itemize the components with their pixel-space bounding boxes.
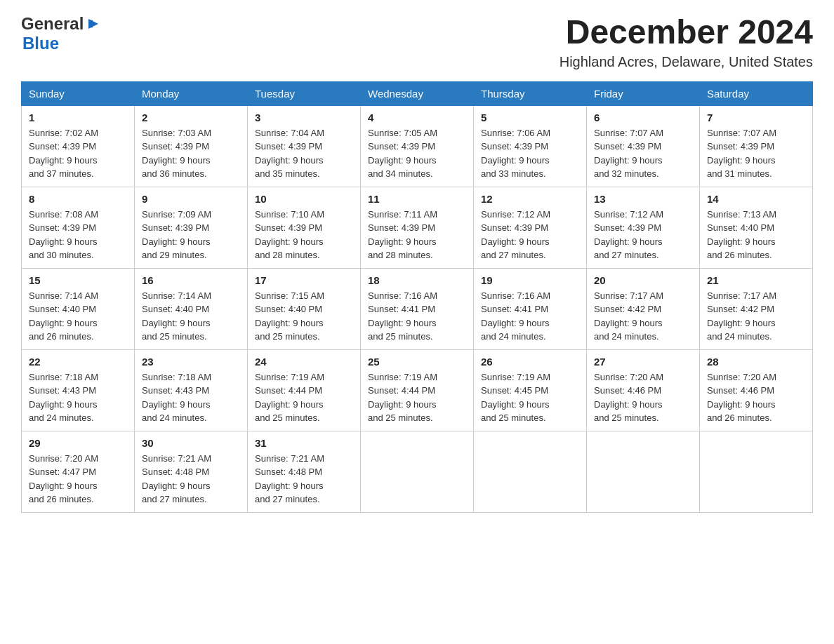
day-number: 31 <box>255 437 353 449</box>
calendar-table: Sunday Monday Tuesday Wednesday Thursday… <box>21 81 813 513</box>
day-number: 24 <box>255 356 353 368</box>
day-number: 12 <box>481 193 579 205</box>
page-header: General Blue December 2024 Highland Acre… <box>21 14 813 70</box>
table-row: 17 Sunrise: 7:15 AM Sunset: 4:40 PM Dayl… <box>248 268 361 349</box>
table-row: 12 Sunrise: 7:12 AM Sunset: 4:39 PM Dayl… <box>474 187 587 268</box>
table-row: 3 Sunrise: 7:04 AM Sunset: 4:39 PM Dayli… <box>248 105 361 187</box>
day-info: Sunrise: 7:14 AM Sunset: 4:40 PM Dayligh… <box>142 289 240 344</box>
header-saturday: Saturday <box>700 81 813 105</box>
day-info: Sunrise: 7:20 AM Sunset: 4:46 PM Dayligh… <box>594 370 692 425</box>
day-number: 22 <box>29 356 127 368</box>
table-row: 4 Sunrise: 7:05 AM Sunset: 4:39 PM Dayli… <box>361 105 474 187</box>
day-info: Sunrise: 7:12 AM Sunset: 4:39 PM Dayligh… <box>594 208 692 262</box>
day-number: 7 <box>707 112 805 123</box>
day-info: Sunrise: 7:08 AM Sunset: 4:39 PM Dayligh… <box>29 208 127 262</box>
table-row: 11 Sunrise: 7:11 AM Sunset: 4:39 PM Dayl… <box>361 187 474 268</box>
table-row <box>700 431 813 512</box>
day-number: 4 <box>368 112 466 123</box>
header-monday: Monday <box>135 81 248 105</box>
header-wednesday: Wednesday <box>361 81 474 105</box>
day-info: Sunrise: 7:21 AM Sunset: 4:48 PM Dayligh… <box>142 452 240 507</box>
day-number: 5 <box>481 112 579 123</box>
day-number: 23 <box>142 356 240 368</box>
header-thursday: Thursday <box>474 81 587 105</box>
day-number: 20 <box>594 274 692 286</box>
table-row <box>587 431 700 512</box>
table-row: 23 Sunrise: 7:18 AM Sunset: 4:43 PM Dayl… <box>135 349 248 431</box>
day-info: Sunrise: 7:19 AM Sunset: 4:44 PM Dayligh… <box>255 370 353 425</box>
table-row: 1 Sunrise: 7:02 AM Sunset: 4:39 PM Dayli… <box>22 105 135 187</box>
table-row: 25 Sunrise: 7:19 AM Sunset: 4:44 PM Dayl… <box>361 349 474 431</box>
table-row <box>361 431 474 512</box>
day-info: Sunrise: 7:13 AM Sunset: 4:40 PM Dayligh… <box>707 208 805 262</box>
day-number: 29 <box>29 437 127 449</box>
day-number: 8 <box>29 193 127 205</box>
logo-general-text: General <box>21 14 84 34</box>
day-info: Sunrise: 7:16 AM Sunset: 4:41 PM Dayligh… <box>368 289 466 344</box>
day-number: 6 <box>594 112 692 123</box>
day-number: 28 <box>707 356 805 368</box>
day-number: 26 <box>481 356 579 368</box>
day-info: Sunrise: 7:09 AM Sunset: 4:39 PM Dayligh… <box>142 208 240 262</box>
table-row: 21 Sunrise: 7:17 AM Sunset: 4:42 PM Dayl… <box>700 268 813 349</box>
table-row: 20 Sunrise: 7:17 AM Sunset: 4:42 PM Dayl… <box>587 268 700 349</box>
table-row: 27 Sunrise: 7:20 AM Sunset: 4:46 PM Dayl… <box>587 349 700 431</box>
day-info: Sunrise: 7:07 AM Sunset: 4:39 PM Dayligh… <box>707 126 805 181</box>
table-row: 13 Sunrise: 7:12 AM Sunset: 4:39 PM Dayl… <box>587 187 700 268</box>
week-row-5: 29 Sunrise: 7:20 AM Sunset: 4:47 PM Dayl… <box>22 431 813 512</box>
header-sunday: Sunday <box>22 81 135 105</box>
day-number: 2 <box>142 112 240 123</box>
day-info: Sunrise: 7:02 AM Sunset: 4:39 PM Dayligh… <box>29 126 127 181</box>
title-section: December 2024 Highland Acres, Delaware, … <box>560 14 813 70</box>
day-info: Sunrise: 7:07 AM Sunset: 4:39 PM Dayligh… <box>594 126 692 181</box>
day-info: Sunrise: 7:18 AM Sunset: 4:43 PM Dayligh… <box>29 370 127 425</box>
day-info: Sunrise: 7:19 AM Sunset: 4:45 PM Dayligh… <box>481 370 579 425</box>
day-info: Sunrise: 7:04 AM Sunset: 4:39 PM Dayligh… <box>255 126 353 181</box>
day-info: Sunrise: 7:06 AM Sunset: 4:39 PM Dayligh… <box>481 126 579 181</box>
table-row: 8 Sunrise: 7:08 AM Sunset: 4:39 PM Dayli… <box>22 187 135 268</box>
table-row: 28 Sunrise: 7:20 AM Sunset: 4:46 PM Dayl… <box>700 349 813 431</box>
week-row-1: 1 Sunrise: 7:02 AM Sunset: 4:39 PM Dayli… <box>22 105 813 187</box>
day-info: Sunrise: 7:10 AM Sunset: 4:39 PM Dayligh… <box>255 208 353 262</box>
day-info: Sunrise: 7:18 AM Sunset: 4:43 PM Dayligh… <box>142 370 240 425</box>
day-info: Sunrise: 7:17 AM Sunset: 4:42 PM Dayligh… <box>707 289 805 344</box>
week-row-2: 8 Sunrise: 7:08 AM Sunset: 4:39 PM Dayli… <box>22 187 813 268</box>
logo-blue-text: Blue <box>22 34 59 53</box>
day-number: 25 <box>368 356 466 368</box>
week-row-4: 22 Sunrise: 7:18 AM Sunset: 4:43 PM Dayl… <box>22 349 813 431</box>
logo: General Blue <box>21 14 101 53</box>
day-number: 27 <box>594 356 692 368</box>
day-number: 1 <box>29 112 127 123</box>
day-info: Sunrise: 7:11 AM Sunset: 4:39 PM Dayligh… <box>368 208 466 262</box>
month-title: December 2024 <box>560 14 813 51</box>
day-info: Sunrise: 7:20 AM Sunset: 4:46 PM Dayligh… <box>707 370 805 425</box>
table-row: 22 Sunrise: 7:18 AM Sunset: 4:43 PM Dayl… <box>22 349 135 431</box>
day-number: 17 <box>255 274 353 286</box>
header-tuesday: Tuesday <box>248 81 361 105</box>
table-row: 24 Sunrise: 7:19 AM Sunset: 4:44 PM Dayl… <box>248 349 361 431</box>
table-row: 14 Sunrise: 7:13 AM Sunset: 4:40 PM Dayl… <box>700 187 813 268</box>
location-title: Highland Acres, Delaware, United States <box>560 54 813 70</box>
day-number: 9 <box>142 193 240 205</box>
table-row: 31 Sunrise: 7:21 AM Sunset: 4:48 PM Dayl… <box>248 431 361 512</box>
day-number: 18 <box>368 274 466 286</box>
day-number: 13 <box>594 193 692 205</box>
day-number: 21 <box>707 274 805 286</box>
day-info: Sunrise: 7:21 AM Sunset: 4:48 PM Dayligh… <box>255 452 353 507</box>
day-number: 30 <box>142 437 240 449</box>
weekday-header-row: Sunday Monday Tuesday Wednesday Thursday… <box>22 81 813 105</box>
logo-icon <box>86 16 101 32</box>
day-info: Sunrise: 7:12 AM Sunset: 4:39 PM Dayligh… <box>481 208 579 262</box>
day-number: 16 <box>142 274 240 286</box>
header-friday: Friday <box>587 81 700 105</box>
table-row: 18 Sunrise: 7:16 AM Sunset: 4:41 PM Dayl… <box>361 268 474 349</box>
table-row: 19 Sunrise: 7:16 AM Sunset: 4:41 PM Dayl… <box>474 268 587 349</box>
day-number: 3 <box>255 112 353 123</box>
day-info: Sunrise: 7:16 AM Sunset: 4:41 PM Dayligh… <box>481 289 579 344</box>
table-row: 2 Sunrise: 7:03 AM Sunset: 4:39 PM Dayli… <box>135 105 248 187</box>
table-row: 16 Sunrise: 7:14 AM Sunset: 4:40 PM Dayl… <box>135 268 248 349</box>
day-number: 11 <box>368 193 466 205</box>
day-info: Sunrise: 7:15 AM Sunset: 4:40 PM Dayligh… <box>255 289 353 344</box>
day-number: 10 <box>255 193 353 205</box>
table-row: 30 Sunrise: 7:21 AM Sunset: 4:48 PM Dayl… <box>135 431 248 512</box>
